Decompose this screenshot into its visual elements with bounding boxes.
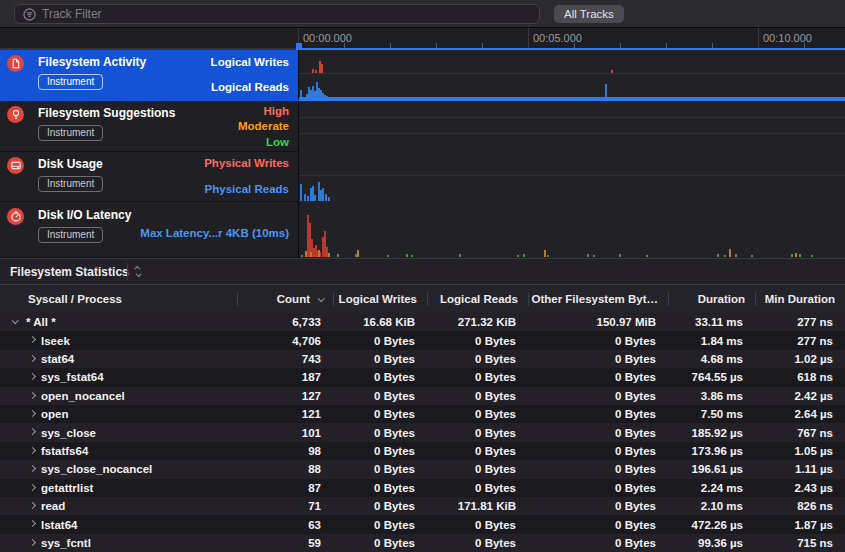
lane-label: Logical Reads [211,81,289,93]
value-cell: 0 Bytes [528,497,668,515]
column-separator [333,292,334,306]
value-cell: 0 Bytes [427,350,528,368]
ruler-major-tick [758,28,759,48]
disclosure-expanded-icon[interactable] [12,317,19,324]
syscall-name: * All * [26,313,226,331]
track-graph[interactable] [298,152,845,202]
value-cell: 4,706 [237,331,333,349]
value-cell: 88 [237,460,333,478]
syscall-name: fstatfs64 [41,442,241,460]
instrument-badge: Instrument [38,125,103,141]
track-row[interactable]: Disk I/O LatencyInstrumentMax Latency...… [0,202,845,258]
track-row[interactable]: Disk UsageInstrumentPhysical WritesPhysi… [0,152,845,202]
chart-spike [406,254,408,257]
disclosure-collapsed-icon[interactable] [29,373,36,380]
column-header-label: Syscall / Process [28,293,122,305]
selector-updown-icon [136,266,140,277]
table-row[interactable]: sys_fcntl590 Bytes0 Bytes0 Bytes99.36 µs… [0,534,845,552]
value-cell: 0 Bytes [528,423,668,441]
value-cell: 150.97 MiB [528,313,668,331]
value-cell: 0 Bytes [528,405,668,423]
column-header-min-duration[interactable]: Min Duration [755,285,845,313]
chart-spike [547,255,549,257]
table-row[interactable]: * All *6,73316.68 KiB271.32 KiB150.97 Mi… [0,313,845,331]
graph-lane [299,101,845,118]
disclosure-collapsed-icon[interactable] [29,336,36,343]
value-cell: 1.05 µs [755,442,845,460]
track-graph[interactable] [298,202,845,258]
track-filter-placeholder: Track Filter [42,7,102,21]
lane-label: High [263,105,289,117]
value-cell: 4.68 ms [668,350,755,368]
graph-lane [299,152,845,176]
disk-usage-icon [7,157,24,174]
value-cell: 0 Bytes [528,534,668,552]
table-header: Syscall / ProcessCountLogical WritesLogi… [0,285,845,313]
track-row[interactable]: Filesystem ActivityInstrumentLogical Wri… [0,50,845,101]
value-cell: 0 Bytes [333,479,427,497]
value-cell: 715 ns [755,534,845,552]
table-row[interactable]: sys_close1010 Bytes0 Bytes0 Bytes185.92 … [0,423,845,441]
track-header[interactable]: Disk UsageInstrumentPhysical WritesPhysi… [0,152,298,202]
suggestions-icon [7,106,24,123]
graph-lane [299,118,845,134]
ruler-minor-tick [436,43,437,48]
disclosure-collapsed-icon[interactable] [29,502,36,509]
value-cell: 7.50 ms [668,405,755,423]
track-graph[interactable] [298,101,845,152]
value-cell: 0 Bytes [427,405,528,423]
syscall-name: lseek [41,331,241,349]
all-tracks-button[interactable]: All Tracks [554,5,624,23]
disclosure-collapsed-icon[interactable] [29,539,36,546]
track-graph[interactable] [298,50,845,101]
value-cell: 0 Bytes [333,387,427,405]
disclosure-collapsed-icon[interactable] [29,410,36,417]
disclosure-collapsed-icon[interactable] [29,520,36,527]
column-header-duration[interactable]: Duration [668,285,755,313]
disclosure-collapsed-icon[interactable] [29,392,36,399]
column-header-other-filesystem-byt-[interactable]: Other Filesystem Byt… [528,285,668,313]
disclosure-collapsed-icon[interactable] [29,447,36,454]
statistics-selector[interactable]: Filesystem Statistics [10,265,140,279]
disclosure-collapsed-icon[interactable] [29,355,36,362]
chart-spike [328,197,330,201]
table-row[interactable]: open_nocancel1270 Bytes0 Bytes0 Bytes3.8… [0,387,845,405]
table-row[interactable]: lstat64630 Bytes0 Bytes0 Bytes472.26 µs1… [0,515,845,533]
value-cell: 472.26 µs [668,515,755,533]
table-row[interactable]: open1210 Bytes0 Bytes0 Bytes7.50 ms2.64 … [0,405,845,423]
track-header[interactable]: Filesystem ActivityInstrumentLogical Wri… [0,50,298,101]
chart-spike [811,255,813,257]
track-header[interactable]: Filesystem SuggestionsInstrumentHighMode… [0,101,298,152]
table-row[interactable]: fstatfs64980 Bytes0 Bytes0 Bytes173.96 µ… [0,442,845,460]
disclosure-collapsed-icon[interactable] [29,484,36,491]
value-cell: 767 ns [755,423,845,441]
column-header-syscall-process[interactable]: Syscall / Process [0,285,237,313]
disclosure-collapsed-icon[interactable] [29,465,36,472]
table-row[interactable]: stat647430 Bytes0 Bytes0 Bytes4.68 ms1.0… [0,350,845,368]
table-row[interactable]: read710 Bytes171.81 KiB0 Bytes2.10 ms826… [0,497,845,515]
disclosure-collapsed-icon[interactable] [29,428,36,435]
lane-label: Physical Reads [205,183,289,195]
value-cell: 127 [237,387,333,405]
column-header-count[interactable]: Count [237,285,333,313]
track-header[interactable]: Disk I/O LatencyInstrumentMax Latency...… [0,202,298,258]
value-cell: 187 [237,368,333,386]
track-title: Filesystem Activity [38,55,146,69]
ruler-minor-tick [666,43,667,48]
track-row[interactable]: Filesystem SuggestionsInstrumentHighMode… [0,101,845,152]
syscall-name: open_nocancel [41,387,241,405]
table-row[interactable]: getattrlist870 Bytes0 Bytes0 Bytes2.24 m… [0,479,845,497]
value-cell: 1.87 µs [755,515,845,533]
table-row[interactable]: lseek4,7060 Bytes0 Bytes0 Bytes1.84 ms27… [0,331,845,349]
table-row[interactable]: sys_close_nocancel880 Bytes0 Bytes0 Byte… [0,460,845,478]
table-row[interactable]: sys_fstat641870 Bytes0 Bytes0 Bytes764.5… [0,368,845,386]
column-header-logical-reads[interactable]: Logical Reads [427,285,528,313]
value-cell: 0 Bytes [333,442,427,460]
track-filter-input[interactable]: Track Filter [14,4,540,24]
chart-spike [619,254,621,257]
timeline-ruler[interactable]: 00:00.00000:05.00000:10.000 [298,28,845,50]
column-header-logical-writes[interactable]: Logical Writes [333,285,427,313]
instrument-badge: Instrument [38,74,103,90]
syscall-name: lstat64 [41,515,241,533]
column-separator [427,292,428,306]
